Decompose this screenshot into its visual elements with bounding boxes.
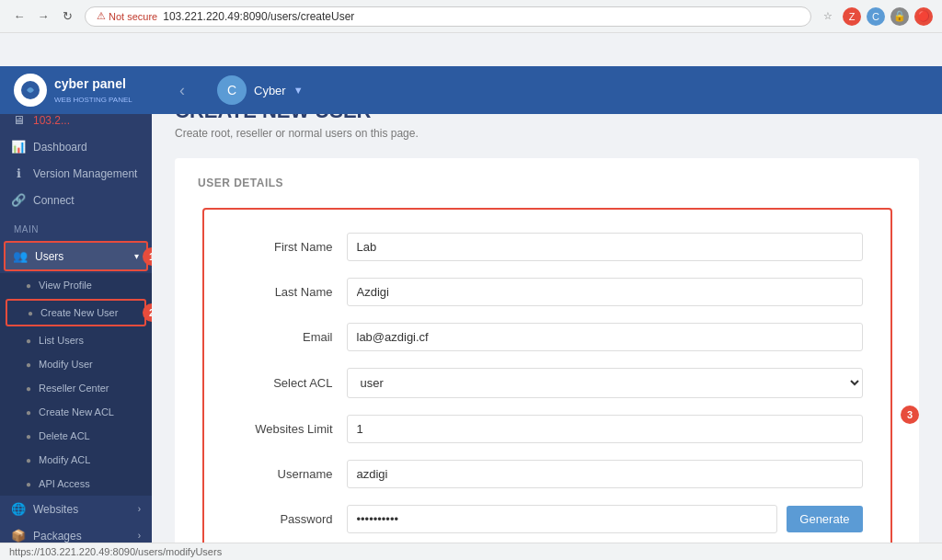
logo-area: cyber panel WEB HOSTING PANEL bbox=[14, 74, 161, 107]
password-row: Password Generate bbox=[232, 505, 863, 533]
dot-icon-modify-acl: ● bbox=[26, 455, 31, 465]
sidebar-item-connect[interactable]: 🔗 Connect bbox=[0, 187, 152, 213]
dot-icon-modify: ● bbox=[26, 360, 31, 370]
server-ip-label: 103.2... bbox=[33, 114, 70, 127]
users-icon: 👥 bbox=[13, 249, 28, 263]
modify-acl-label: Modify ACL bbox=[39, 454, 90, 465]
dot-icon-create: ● bbox=[28, 308, 33, 318]
url-text: 103.221.220.49:8090/users/createUser bbox=[163, 10, 354, 23]
first-name-row: First Name bbox=[232, 233, 863, 261]
last-name-input[interactable] bbox=[347, 278, 863, 306]
warning-icon: ⚠ bbox=[97, 10, 106, 22]
packages-icon: 📦 bbox=[11, 529, 26, 543]
lock-icon[interactable]: 🔒 bbox=[890, 7, 909, 26]
sidebar-item-version[interactable]: ℹ Version Management bbox=[0, 160, 152, 187]
view-profile-label: View Profile bbox=[39, 280, 92, 291]
status-bar: https://103.221.220.49:8090/users/modify… bbox=[152, 543, 942, 560]
logo-text: cyber panel WEB HOSTING PANEL bbox=[54, 76, 132, 105]
dashboard-icon: 📊 bbox=[11, 140, 26, 154]
websites-label: Websites bbox=[33, 503, 78, 516]
content-area: CREATE NEW USER Create root, reseller or… bbox=[152, 81, 942, 560]
browser-nav-buttons: ← → ↻ bbox=[9, 6, 77, 27]
version-label: Version Management bbox=[33, 167, 137, 180]
browser-actions: ☆ Z C 🔒 🔴 bbox=[819, 7, 933, 26]
extension-icon-2[interactable]: 🔴 bbox=[914, 7, 933, 26]
username-input[interactable] bbox=[347, 460, 863, 488]
acl-row: Select ACL user reseller admin bbox=[232, 368, 863, 398]
sidebar-item-dashboard[interactable]: 📊 Dashboard bbox=[0, 133, 152, 160]
main-section-title: MAIN bbox=[0, 213, 152, 239]
websites-icon: 🌐 bbox=[11, 502, 26, 516]
sidebar-item-api-access[interactable]: ● API Access bbox=[0, 472, 152, 496]
reload-button[interactable]: ↻ bbox=[57, 6, 77, 27]
section-header: USER DETAILS bbox=[198, 177, 896, 189]
star-icon[interactable]: ☆ bbox=[819, 7, 837, 26]
list-users-label: List Users bbox=[39, 335, 84, 346]
generate-button[interactable]: Generate bbox=[787, 506, 862, 532]
password-input[interactable] bbox=[347, 505, 778, 533]
users-label: Users bbox=[35, 250, 63, 263]
users-chevron-icon: ▾ bbox=[134, 251, 139, 261]
sidebar-item-list-users[interactable]: ● List Users bbox=[0, 328, 152, 352]
dot-icon-list: ● bbox=[26, 336, 31, 346]
users-submenu: ● View Profile ● Create New User 2 ● Lis… bbox=[0, 273, 152, 496]
websites-limit-input[interactable] bbox=[347, 415, 863, 443]
user-icon-blue[interactable]: C bbox=[867, 7, 885, 26]
first-name-input[interactable] bbox=[347, 233, 863, 261]
user-avatar: C bbox=[217, 75, 247, 105]
page-subtitle: Create root, reseller or normal users on… bbox=[175, 127, 919, 140]
first-name-label: First Name bbox=[232, 240, 333, 254]
browser-bar: ← → ↻ ⚠ Not secure 103.221.220.49:8090/u… bbox=[0, 0, 942, 33]
connect-icon: 🔗 bbox=[11, 193, 26, 207]
info-icon: ℹ bbox=[11, 166, 26, 180]
acl-select[interactable]: user reseller admin bbox=[347, 368, 863, 398]
email-input[interactable] bbox=[347, 323, 863, 351]
websites-chevron-icon: › bbox=[138, 504, 141, 514]
username-row: Username bbox=[232, 460, 863, 488]
sidebar-item-websites[interactable]: 🌐 Websites › bbox=[0, 496, 152, 522]
email-row: Email bbox=[232, 323, 863, 351]
sidebar-item-reseller-center[interactable]: ● Reseller Center bbox=[0, 376, 152, 400]
connect-label: Connect bbox=[33, 194, 75, 207]
email-label: Email bbox=[232, 330, 333, 344]
user-name-label: Cyber bbox=[254, 84, 286, 97]
dashboard-label: Dashboard bbox=[33, 141, 87, 154]
address-bar[interactable]: ⚠ Not secure 103.221.220.49:8090/users/c… bbox=[85, 6, 811, 27]
sidebar-item-users[interactable]: 👥 Users ▾ bbox=[4, 241, 148, 271]
packages-label: Packages bbox=[33, 530, 82, 543]
logo-icon bbox=[14, 74, 47, 107]
sidebar-item-create-new-user[interactable]: ● Create New User bbox=[6, 299, 146, 326]
sidebar-item-delete-acl[interactable]: ● Delete ACL bbox=[0, 424, 152, 448]
server-icon: 🖥 bbox=[11, 113, 26, 127]
sidebar-item-modify-acl[interactable]: ● Modify ACL bbox=[0, 448, 152, 472]
back-button[interactable]: ← bbox=[9, 6, 29, 27]
users-nav-wrapper: 👥 Users ▾ 1 bbox=[0, 241, 152, 271]
sidebar: OVERVIEW 🖥 103.2... 📊 Dashboard ℹ Versio… bbox=[0, 81, 152, 560]
status-bar-url: https://103.221.220.49:8090/users/modify… bbox=[152, 546, 222, 557]
forward-button[interactable]: → bbox=[33, 6, 53, 27]
dot-icon-delete-acl: ● bbox=[26, 431, 31, 441]
dot-icon-view: ● bbox=[26, 280, 31, 291]
extension-icon-red[interactable]: Z bbox=[843, 7, 861, 26]
dot-icon-reseller: ● bbox=[26, 383, 31, 394]
create-acl-label: Create New ACL bbox=[39, 406, 114, 417]
sidebar-collapse-icon[interactable]: ‹ bbox=[179, 81, 185, 100]
not-secure-indicator: ⚠ Not secure bbox=[97, 10, 157, 22]
sidebar-item-modify-user[interactable]: ● Modify User bbox=[0, 352, 152, 376]
user-details-card: USER DETAILS First Name Last Name bbox=[175, 158, 919, 560]
delete-acl-label: Delete ACL bbox=[39, 430, 90, 441]
packages-chevron-icon: › bbox=[138, 531, 141, 541]
last-name-row: Last Name bbox=[232, 278, 863, 306]
reseller-center-label: Reseller Center bbox=[39, 383, 109, 394]
websites-limit-label: Websites Limit bbox=[232, 422, 333, 436]
sidebar-item-create-acl[interactable]: ● Create New ACL bbox=[0, 400, 152, 424]
dot-icon-create-acl: ● bbox=[26, 407, 31, 417]
main-layout: OVERVIEW 🖥 103.2... 📊 Dashboard ℹ Versio… bbox=[0, 81, 942, 560]
websites-limit-row: Websites Limit bbox=[232, 415, 863, 443]
sidebar-item-view-profile[interactable]: ● View Profile bbox=[0, 273, 152, 297]
user-dropdown-icon[interactable]: ▼ bbox=[293, 85, 304, 96]
nav-user-area: C Cyber ▼ bbox=[217, 75, 304, 105]
password-field-group: Generate bbox=[347, 505, 863, 533]
create-new-user-wrapper: ● Create New User 2 bbox=[0, 299, 152, 326]
password-label: Password bbox=[232, 512, 333, 526]
